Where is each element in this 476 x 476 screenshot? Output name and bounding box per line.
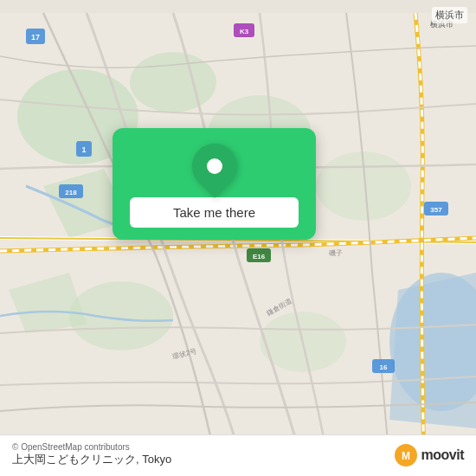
moovit-logo: M moovit xyxy=(394,443,464,467)
svg-text:16: 16 xyxy=(380,363,388,371)
svg-text:357: 357 xyxy=(430,206,442,214)
map-container: 17 1 218 E16 16 357 K3 横浜市 鎌倉街道 環状2号 磯子 … xyxy=(0,0,476,476)
svg-point-7 xyxy=(69,281,173,351)
moovit-brand-text: moovit xyxy=(421,447,464,463)
location-pin-wrapper xyxy=(192,144,237,189)
moovit-logo-icon: M xyxy=(394,443,418,467)
svg-text:218: 218 xyxy=(65,189,77,196)
location-name: 上大岡こどもクリニック, Tokyo xyxy=(12,452,171,467)
svg-text:磯子: 磯子 xyxy=(328,249,343,257)
map-attribution: © OpenStreetMap contributors xyxy=(12,442,171,452)
location-pin-icon xyxy=(183,134,247,198)
take-me-there-button[interactable]: Take me there xyxy=(130,197,299,228)
svg-text:M: M xyxy=(402,450,410,462)
action-card: Take me there xyxy=(113,128,316,240)
bottom-left-info: © OpenStreetMap contributors 上大岡こどもクリニック… xyxy=(12,442,171,467)
region-label: 横浜市 xyxy=(432,7,467,23)
svg-text:17: 17 xyxy=(31,33,40,42)
bottom-bar: © OpenStreetMap contributors 上大岡こどもクリニック… xyxy=(0,434,476,476)
svg-text:K3: K3 xyxy=(240,28,249,35)
svg-text:E16: E16 xyxy=(253,253,266,261)
svg-point-2 xyxy=(130,52,216,113)
svg-text:1: 1 xyxy=(81,145,86,154)
